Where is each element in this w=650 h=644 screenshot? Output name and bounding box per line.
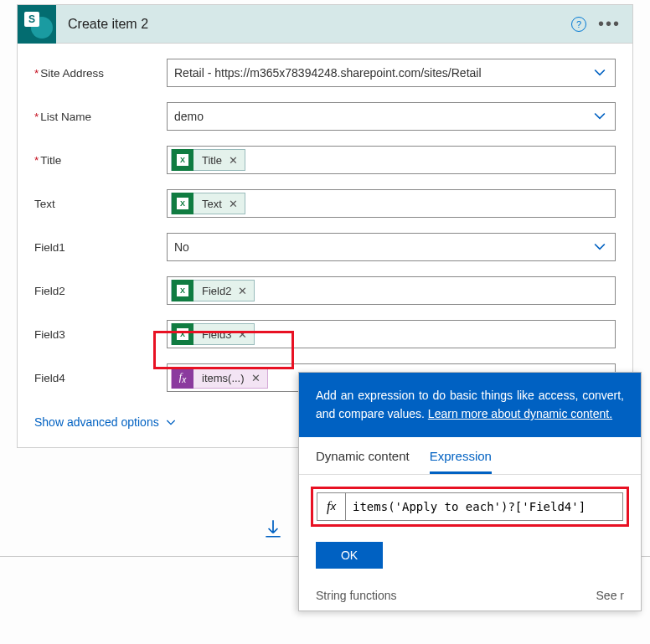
label-list-name: List Name xyxy=(34,111,167,123)
card-header: S Create item 2 ? ••• xyxy=(18,5,632,44)
field1-select[interactable]: No xyxy=(167,233,616,261)
list-name-value: demo xyxy=(174,110,204,123)
label-field1: Field1 xyxy=(34,241,167,254)
label-text: Text xyxy=(34,198,167,210)
list-name-select[interactable]: demo xyxy=(167,102,616,131)
excel-token-title[interactable]: X Title ✕ xyxy=(171,149,245,171)
chevron-down-icon xyxy=(164,415,178,429)
expression-highlight: fx xyxy=(311,487,629,527)
function-group-label: String functions xyxy=(316,589,397,602)
popup-intro: Add an expression to do basic things lik… xyxy=(299,373,641,437)
fx-token-field4[interactable]: fx items(...) ✕ xyxy=(171,367,268,389)
expression-input-row: fx xyxy=(317,492,623,521)
card-title: Create item 2 xyxy=(56,17,571,32)
title-input[interactable]: X Title ✕ xyxy=(167,146,616,174)
chevron-down-icon xyxy=(591,238,608,257)
excel-token-field2[interactable]: X Field2 ✕ xyxy=(171,280,255,301)
excel-icon: X xyxy=(172,149,193,171)
label-field4: Field4 xyxy=(34,372,167,384)
expression-input[interactable] xyxy=(346,500,622,513)
field2-input[interactable]: X Field2 ✕ xyxy=(167,276,616,305)
label-field3: Field3 xyxy=(34,328,167,341)
label-title: Title xyxy=(34,154,167,167)
field1-value: No xyxy=(174,240,189,254)
field3-input[interactable]: X Field3 ✕ xyxy=(167,320,616,348)
remove-token-icon[interactable]: ✕ xyxy=(225,198,241,210)
remove-token-icon[interactable]: ✕ xyxy=(248,372,264,384)
learn-more-link[interactable]: Learn more about dynamic content. xyxy=(428,407,612,420)
fx-icon: fx xyxy=(317,492,346,521)
insert-step-button[interactable] xyxy=(262,518,284,543)
sharepoint-icon: S xyxy=(18,5,56,44)
tab-expression[interactable]: Expression xyxy=(430,449,492,474)
help-icon[interactable]: ? xyxy=(571,17,586,32)
chevron-down-icon xyxy=(591,107,608,126)
remove-token-icon[interactable]: ✕ xyxy=(225,154,241,167)
excel-icon: X xyxy=(172,280,193,301)
function-group-row[interactable]: String functions See r xyxy=(299,580,641,611)
more-menu-icon[interactable]: ••• xyxy=(598,14,621,33)
excel-icon: X xyxy=(172,193,193,214)
fx-icon: fx xyxy=(172,367,193,389)
chevron-down-icon xyxy=(591,64,608,83)
excel-icon: X xyxy=(172,323,193,345)
site-address-select[interactable]: Retail - https://m365x78394248.sharepoin… xyxy=(167,59,616,87)
tab-dynamic-content[interactable]: Dynamic content xyxy=(316,449,410,474)
site-address-value: Retail - https://m365x78394248.sharepoin… xyxy=(174,66,482,80)
remove-token-icon[interactable]: ✕ xyxy=(235,328,250,341)
popup-tabs: Dynamic content Expression xyxy=(299,437,641,475)
excel-token-text[interactable]: X Text ✕ xyxy=(171,193,245,214)
label-field2: Field2 xyxy=(34,285,167,297)
excel-token-field3[interactable]: X Field3 ✕ xyxy=(171,323,255,345)
expression-popup: Add an expression to do basic things lik… xyxy=(298,372,642,611)
see-more-link[interactable]: See r xyxy=(596,589,624,602)
label-site-address: Site Address xyxy=(34,67,167,80)
ok-button[interactable]: OK xyxy=(316,542,383,569)
remove-token-icon[interactable]: ✕ xyxy=(235,285,250,297)
text-input[interactable]: X Text ✕ xyxy=(167,189,616,218)
